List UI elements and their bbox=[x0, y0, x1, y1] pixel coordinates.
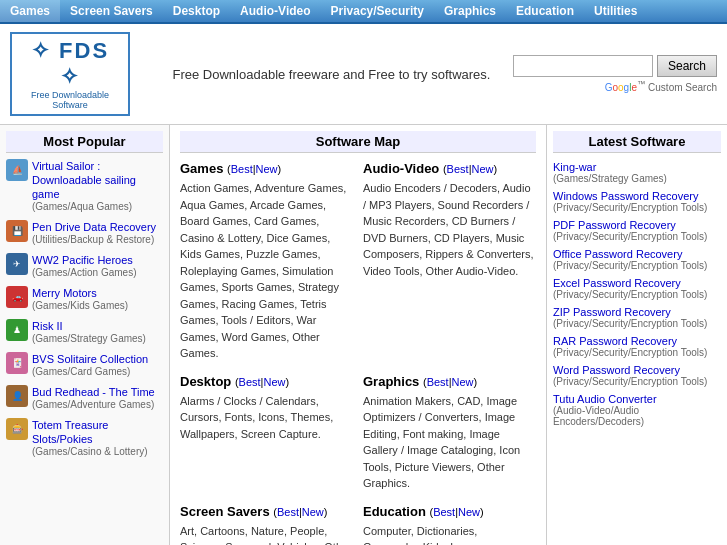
latest-software-column: Latest Software King-war (Games/Strategy… bbox=[547, 125, 727, 545]
list-item: ⛵ Virtual Sailor : Downloadable sailing … bbox=[6, 159, 163, 212]
most-popular-title: Most Popular bbox=[6, 131, 163, 153]
list-item: 👤 Bud Redhead - The Time (Games/Adventur… bbox=[6, 385, 163, 410]
page-header: ✧ FDS ✧ Free Downloadable Software Free … bbox=[0, 24, 727, 125]
audiovideo-best-link[interactable]: Best bbox=[447, 163, 469, 175]
popular-category: (Games/Card Games) bbox=[32, 366, 148, 377]
list-item: 🚗 Merry Motors (Games/Kids Games) bbox=[6, 286, 163, 311]
list-item: 🃏 BVS Solitaire Collection (Games/Card G… bbox=[6, 352, 163, 377]
screensavers-content: Art, Cartoons, Nature, People, Science, … bbox=[180, 523, 353, 546]
popular-category: (Games/Adventure Games) bbox=[32, 399, 155, 410]
list-item: Office Password Recovery (Privacy/Securi… bbox=[553, 248, 721, 271]
screensavers-section: Screen Savers (Best|New) Art, Cartoons, … bbox=[180, 504, 353, 546]
popular-category: (Games/Kids Games) bbox=[32, 300, 128, 311]
list-item: Excel Password Recovery (Privacy/Securit… bbox=[553, 277, 721, 300]
popular-link[interactable]: Risk II bbox=[32, 320, 63, 332]
latest-link[interactable]: Word Password Recovery bbox=[553, 364, 721, 376]
latest-link[interactable]: Office Password Recovery bbox=[553, 248, 721, 260]
games-best-link[interactable]: Best bbox=[231, 163, 253, 175]
nav-screensavers[interactable]: Screen Savers bbox=[60, 0, 163, 22]
popular-link[interactable]: BVS Solitaire Collection bbox=[32, 353, 148, 365]
popular-icon: 🚗 bbox=[6, 286, 28, 308]
latest-category: (Privacy/Security/Encryption Tools) bbox=[553, 231, 721, 242]
popular-info: Bud Redhead - The Time (Games/Adventure … bbox=[32, 385, 155, 410]
games-content: Action Games, Adventure Games, Aqua Game… bbox=[180, 180, 353, 362]
main-layout: Most Popular ⛵ Virtual Sailor : Download… bbox=[0, 125, 727, 545]
popular-category: (Games/Strategy Games) bbox=[32, 333, 146, 344]
screensavers-new-link[interactable]: New bbox=[302, 506, 324, 518]
games-new-link[interactable]: New bbox=[256, 163, 278, 175]
graphics-section: Graphics (Best|New) Animation Makers, CA… bbox=[363, 374, 536, 492]
popular-link[interactable]: WW2 Pacific Heroes bbox=[32, 254, 133, 266]
latest-link[interactable]: ZIP Password Recovery bbox=[553, 306, 721, 318]
search-input[interactable] bbox=[513, 55, 653, 77]
graphics-best-link[interactable]: Best bbox=[427, 376, 449, 388]
software-grid: Games (Best|New) Action Games, Adventure… bbox=[180, 161, 536, 545]
nav-audiovideo[interactable]: Audio-Video bbox=[230, 0, 320, 22]
popular-info: Risk II (Games/Strategy Games) bbox=[32, 319, 146, 344]
education-new-link[interactable]: New bbox=[458, 506, 480, 518]
software-map-column: Software Map Games (Best|New) Action Gam… bbox=[170, 125, 547, 545]
popular-category: (Games/Action Games) bbox=[32, 267, 136, 278]
popular-icon: ♟ bbox=[6, 319, 28, 341]
latest-category: (Privacy/Security/Encryption Tools) bbox=[553, 289, 721, 300]
popular-link[interactable]: Bud Redhead - The Time bbox=[32, 386, 155, 398]
desktop-best-link[interactable]: Best bbox=[239, 376, 261, 388]
graphics-new-link[interactable]: New bbox=[452, 376, 474, 388]
popular-link[interactable]: Pen Drive Data Recovery bbox=[32, 221, 156, 233]
latest-link[interactable]: RAR Password Recovery bbox=[553, 335, 721, 347]
popular-info: WW2 Pacific Heroes (Games/Action Games) bbox=[32, 253, 136, 278]
popular-category: (Games/Casino & Lottery) bbox=[32, 446, 163, 457]
latest-category: (Games/Strategy Games) bbox=[553, 173, 721, 184]
latest-link[interactable]: King-war bbox=[553, 161, 721, 173]
latest-link[interactable]: Windows Password Recovery bbox=[553, 190, 721, 202]
audiovideo-heading: Audio-Video (Best|New) bbox=[363, 161, 536, 176]
nav-education[interactable]: Education bbox=[506, 0, 584, 22]
audiovideo-section: Audio-Video (Best|New) Audio Encoders / … bbox=[363, 161, 536, 362]
search-button[interactable]: Search bbox=[657, 55, 717, 77]
nav-utilities[interactable]: Utilities bbox=[584, 0, 647, 22]
desktop-new-link[interactable]: New bbox=[263, 376, 285, 388]
education-best-link[interactable]: Best bbox=[433, 506, 455, 518]
popular-icon: 🃏 bbox=[6, 352, 28, 374]
desktop-heading: Desktop (Best|New) bbox=[180, 374, 353, 389]
list-item: ZIP Password Recovery (Privacy/Security/… bbox=[553, 306, 721, 329]
popular-icon: 🎰 bbox=[6, 418, 28, 440]
tagline: Free Downloadable freeware and Free to t… bbox=[150, 67, 513, 82]
desktop-section: Desktop (Best|New) Alarms / Clocks / Cal… bbox=[180, 374, 353, 492]
education-content: Computer, Dictionaries, Geography, Kids,… bbox=[363, 523, 536, 546]
popular-link[interactable]: Merry Motors bbox=[32, 287, 97, 299]
latest-category: (Privacy/Security/Encryption Tools) bbox=[553, 318, 721, 329]
latest-link[interactable]: Excel Password Recovery bbox=[553, 277, 721, 289]
list-item: Tutu Audio Converter (Audio-Video/Audio … bbox=[553, 393, 721, 427]
screensavers-heading: Screen Savers (Best|New) bbox=[180, 504, 353, 519]
google-label: Google™ Custom Search bbox=[605, 79, 717, 93]
list-item: PDF Password Recovery (Privacy/Security/… bbox=[553, 219, 721, 242]
desktop-content: Alarms / Clocks / Calendars, Cursors, Fo… bbox=[180, 393, 353, 443]
list-item: 💾 Pen Drive Data Recovery (Utilities/Bac… bbox=[6, 220, 163, 245]
latest-category: (Privacy/Security/Encryption Tools) bbox=[553, 202, 721, 213]
nav-games[interactable]: Games bbox=[0, 0, 60, 22]
logo: ✧ FDS ✧ Free Downloadable Software bbox=[10, 32, 130, 116]
audiovideo-content: Audio Encoders / Decoders, Audio / MP3 P… bbox=[363, 180, 536, 279]
search-area: Search Google™ Custom Search bbox=[513, 55, 717, 93]
nav-graphics[interactable]: Graphics bbox=[434, 0, 506, 22]
popular-info: Totem Treasure Slots/Pokies (Games/Casin… bbox=[32, 418, 163, 457]
education-heading: Education (Best|New) bbox=[363, 504, 536, 519]
popular-icon: ✈ bbox=[6, 253, 28, 275]
latest-category: (Privacy/Security/Encryption Tools) bbox=[553, 376, 721, 387]
screensavers-best-link[interactable]: Best bbox=[277, 506, 299, 518]
nav-desktop[interactable]: Desktop bbox=[163, 0, 230, 22]
popular-link[interactable]: Totem Treasure Slots/Pokies bbox=[32, 419, 108, 445]
education-section: Education (Best|New) Computer, Dictionar… bbox=[363, 504, 536, 546]
popular-info: Merry Motors (Games/Kids Games) bbox=[32, 286, 128, 311]
latest-category: (Privacy/Security/Encryption Tools) bbox=[553, 260, 721, 271]
latest-link[interactable]: Tutu Audio Converter bbox=[553, 393, 721, 405]
nav-privacy[interactable]: Privacy/Security bbox=[321, 0, 434, 22]
latest-link[interactable]: PDF Password Recovery bbox=[553, 219, 721, 231]
list-item: 🎰 Totem Treasure Slots/Pokies (Games/Cas… bbox=[6, 418, 163, 457]
popular-link[interactable]: Virtual Sailor : Downloadable sailing ga… bbox=[32, 160, 136, 200]
popular-category: (Games/Aqua Games) bbox=[32, 201, 163, 212]
popular-info: Virtual Sailor : Downloadable sailing ga… bbox=[32, 159, 163, 212]
popular-info: Pen Drive Data Recovery (Utilities/Backu… bbox=[32, 220, 156, 245]
audiovideo-new-link[interactable]: New bbox=[471, 163, 493, 175]
